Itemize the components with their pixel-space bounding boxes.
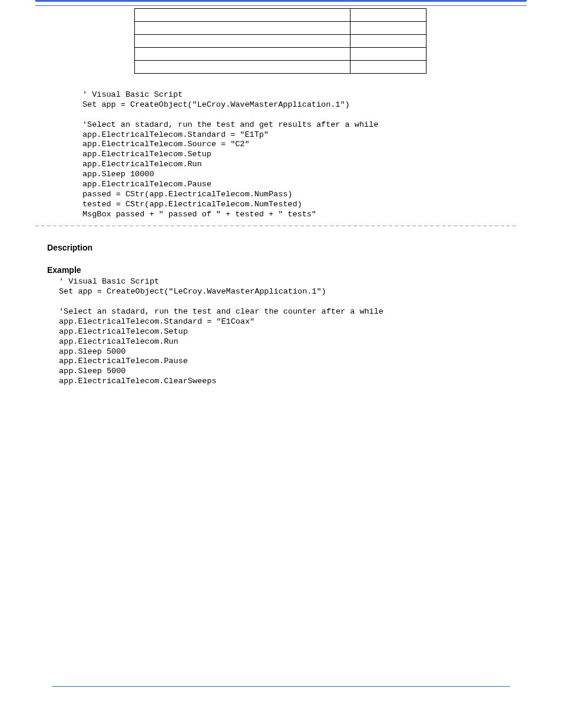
table-cell bbox=[135, 61, 351, 74]
section-divider-dashed bbox=[35, 225, 516, 226]
heading-description: Description bbox=[47, 243, 562, 252]
heading-example: Example bbox=[47, 265, 562, 275]
table-row bbox=[135, 35, 427, 48]
table-cell bbox=[351, 9, 427, 22]
table-row bbox=[135, 22, 427, 35]
table-cell bbox=[351, 22, 427, 35]
table-cell bbox=[135, 22, 351, 35]
table-row bbox=[135, 61, 427, 74]
table-row bbox=[135, 48, 427, 61]
parameter-table bbox=[134, 8, 427, 74]
footer-rule bbox=[52, 686, 510, 687]
code-block-example-2: ' Visual Basic Script Set app = CreateOb… bbox=[59, 277, 562, 387]
code-block-example-1: ' Visual Basic Script Set app = CreateOb… bbox=[82, 90, 527, 219]
header-rule-thick bbox=[35, 0, 527, 2]
table-cell bbox=[351, 35, 427, 48]
table-cell bbox=[135, 35, 351, 48]
table-cell bbox=[135, 9, 351, 22]
table-row bbox=[135, 9, 427, 22]
table-cell bbox=[135, 48, 351, 61]
table-cell bbox=[351, 48, 427, 61]
table-cell bbox=[351, 61, 427, 74]
